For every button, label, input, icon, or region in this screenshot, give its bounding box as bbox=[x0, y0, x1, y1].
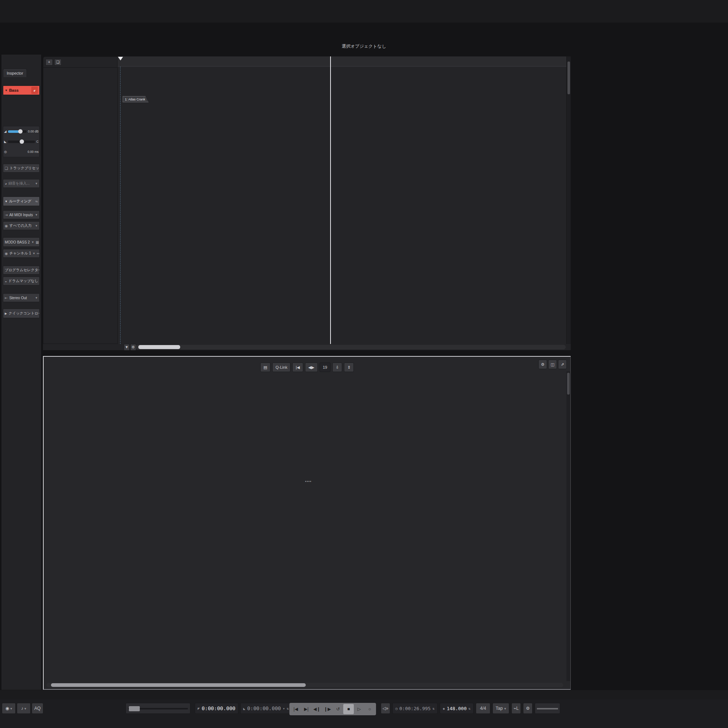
primary-time-display[interactable]: ◤ 0:00:00.000 bbox=[195, 703, 239, 714]
program-selector-dropdown[interactable]: プログラムセレクター▼ bbox=[3, 266, 40, 274]
transport-controls: |◀ ▶| ◀❙ ❙▶ ↺ ■ ▷ ○ bbox=[289, 703, 376, 715]
horizontal-scrollbar[interactable] bbox=[135, 345, 566, 349]
mixer-vertical-scrollbar[interactable] bbox=[566, 371, 570, 681]
quick-controls-label: クイックコントロール bbox=[8, 311, 40, 316]
routing-section-header[interactable]: ▼ルーティング⇆ bbox=[3, 197, 40, 206]
track-list-panel: + ❏ bbox=[43, 57, 118, 344]
channel-icon: ◉ bbox=[5, 252, 8, 255]
time-signature-button[interactable]: 4/4 bbox=[476, 703, 490, 714]
swap-icon: ⇆ bbox=[35, 200, 38, 203]
volume-icon: ◢ bbox=[4, 130, 6, 133]
track-scale-arrow[interactable]: ▼ bbox=[124, 344, 130, 350]
metronome-level-slider[interactable] bbox=[535, 703, 560, 714]
time-format2-icon: ◣ bbox=[243, 707, 245, 711]
tap-tempo-button[interactable]: Tap▾ bbox=[492, 703, 509, 714]
channel-label: チャンネル 1 bbox=[9, 251, 31, 256]
mixconsole-panel: ▤ Q-Link |◀ ◀▶ 19 ⇩ ⇕ ⚙ ◫ ⇗ •••• bbox=[43, 356, 571, 690]
track-preset-dropdown[interactable]: ❏トラックプリセット...▼ bbox=[3, 164, 40, 173]
instrument-label: MODO BASS 2 bbox=[5, 240, 30, 244]
bottom-tab-bar bbox=[0, 690, 728, 699]
chevron-down-icon: ▼ bbox=[5, 89, 8, 92]
channel-dropdown[interactable]: ◉チャンネル 1▼⚯ bbox=[3, 249, 40, 258]
record-insert-icon: ◕ bbox=[5, 182, 7, 186]
arrange-grid[interactable] bbox=[118, 67, 566, 344]
keyboard-icon: ▦ bbox=[36, 240, 39, 244]
play-button[interactable]: ▷ bbox=[354, 704, 364, 714]
all-inputs-row[interactable]: ◉すべての入力▼ bbox=[3, 221, 40, 230]
delay-row[interactable]: ◎ 0.00 ms bbox=[4, 148, 38, 155]
click-pattern-icon[interactable]: ⌁L bbox=[511, 703, 521, 714]
delay-icon: ◎ bbox=[4, 150, 7, 154]
goto-end-button[interactable]: ▶| bbox=[301, 704, 312, 714]
rack-splitter-handle[interactable]: •••• bbox=[305, 479, 312, 483]
mixer-window-icon[interactable]: ◫ bbox=[548, 359, 557, 369]
clock-icon: ◷ bbox=[395, 707, 398, 711]
play-time-value: 0:00:26.995 bbox=[399, 706, 431, 711]
pan-icon: ◣ bbox=[4, 140, 6, 144]
horizontal-scroll-row: ▼ ⚙ bbox=[43, 344, 571, 350]
scroll-left-icon[interactable]: |◀ bbox=[292, 362, 303, 372]
track-preset-button[interactable]: ❏ bbox=[54, 59, 61, 66]
add-track-button[interactable]: + bbox=[46, 59, 53, 66]
vertical-scrollbar[interactable] bbox=[567, 57, 571, 344]
record-mode-button[interactable]: ◉▾ bbox=[2, 703, 16, 714]
zoom-vv-icon[interactable]: ⇕ bbox=[344, 362, 354, 372]
quick-controls-header[interactable]: ▶クイックコントロール◔ bbox=[3, 309, 40, 318]
marker-event-label: 1: Atlas Crank bbox=[125, 98, 145, 101]
channel-list-icon[interactable]: ▤ bbox=[260, 362, 271, 372]
delay-value: 0.00 ms bbox=[28, 150, 38, 154]
mic-icon: ◉ bbox=[5, 224, 8, 228]
all-inputs-label: すべての入力 bbox=[9, 223, 32, 228]
track-list-toolbar: + ❏ bbox=[43, 57, 117, 68]
input-icon: ⇥ bbox=[5, 213, 8, 217]
info-line: 選択オブジェクトなし bbox=[0, 41, 728, 51]
edit-channel-button[interactable]: e bbox=[31, 87, 38, 94]
midi-input-label: All MIDI Inputs bbox=[9, 213, 33, 217]
tempo-display[interactable]: ◆ 148.000 ⇅ bbox=[440, 703, 474, 714]
mixer-horizontal-scrollbar[interactable] bbox=[47, 683, 563, 687]
zoom-v-icon[interactable]: ⇩ bbox=[332, 362, 342, 372]
output-routing-dropdown[interactable]: ⇤Stereo Out▼ bbox=[3, 294, 40, 302]
volume-slider-row[interactable]: ◢ 0.00 dB bbox=[4, 128, 38, 135]
inspector-track-header[interactable]: ▼ Bass e bbox=[3, 86, 40, 95]
drum-map-icon: ◒ bbox=[5, 279, 7, 283]
mixer-gear-icon[interactable]: ⚙ bbox=[538, 359, 547, 369]
preroll-speaker-icon[interactable]: ◁» bbox=[381, 703, 390, 714]
goto-start-button[interactable]: |◀ bbox=[291, 704, 301, 714]
mixconsole-toolbar: ▤ Q-Link |◀ ◀▶ 19 ⇩ ⇕ bbox=[44, 362, 570, 373]
scroll-lr-icon[interactable]: ◀▶ bbox=[305, 362, 318, 372]
transport-mini-slider[interactable] bbox=[125, 703, 190, 714]
track-preset-label: トラックプリセット... bbox=[9, 166, 40, 171]
qlink-button[interactable]: Q-Link bbox=[272, 362, 291, 372]
primary-time-value: 0:00:00.000 bbox=[202, 705, 236, 711]
channel-counter: 19 bbox=[320, 362, 330, 372]
metronome-gear-icon[interactable]: ⚙ bbox=[523, 703, 532, 714]
marker-event[interactable]: 1: Atlas Crank bbox=[123, 96, 148, 102]
output-icon: ⇤ bbox=[5, 296, 8, 300]
insert-record-field[interactable]: ◕録音を挿入...▼ bbox=[3, 179, 40, 188]
menu-bar bbox=[0, 0, 728, 6]
cursor-line bbox=[120, 67, 121, 344]
output-routing-label: Stereo Out bbox=[9, 296, 27, 300]
volume-value: 0.00 dB bbox=[28, 130, 38, 133]
timeline-ruler[interactable] bbox=[118, 57, 566, 67]
rewind-button[interactable]: ◀❙ bbox=[312, 704, 322, 714]
cycle-button[interactable]: ↺ bbox=[333, 704, 343, 714]
preset-icon: ❏ bbox=[5, 166, 8, 170]
drum-map-dropdown[interactable]: ◒ドラムマップなし▼ bbox=[3, 277, 40, 285]
tab-inspector[interactable]: Inspector bbox=[3, 69, 27, 77]
pan-slider-row[interactable]: ◣ C bbox=[4, 138, 38, 145]
forward-button[interactable]: ❙▶ bbox=[322, 704, 333, 714]
open-external-icon[interactable]: ⇗ bbox=[558, 359, 567, 369]
midi-input-dropdown[interactable]: ⇥All MIDI Inputs▼ bbox=[3, 210, 40, 219]
tempo-value: 148.000 bbox=[447, 706, 466, 711]
secondary-time-display[interactable]: ◣ 0:00:00.000 ▾⇅ bbox=[240, 703, 292, 714]
play-time-display[interactable]: ◷ 0:00:26.995 ⇅ bbox=[392, 703, 437, 714]
instrument-dropdown[interactable]: MODO BASS 2▼▦ bbox=[3, 237, 40, 247]
midi-monitor-button[interactable]: ♪▾ bbox=[17, 703, 31, 714]
stop-button[interactable]: ■ bbox=[343, 704, 354, 714]
pan-value: C bbox=[37, 140, 38, 144]
project-cursor-handle[interactable] bbox=[118, 57, 123, 60]
audio-quantize-button[interactable]: AQ bbox=[32, 703, 43, 714]
record-button[interactable]: ○ bbox=[364, 704, 375, 714]
